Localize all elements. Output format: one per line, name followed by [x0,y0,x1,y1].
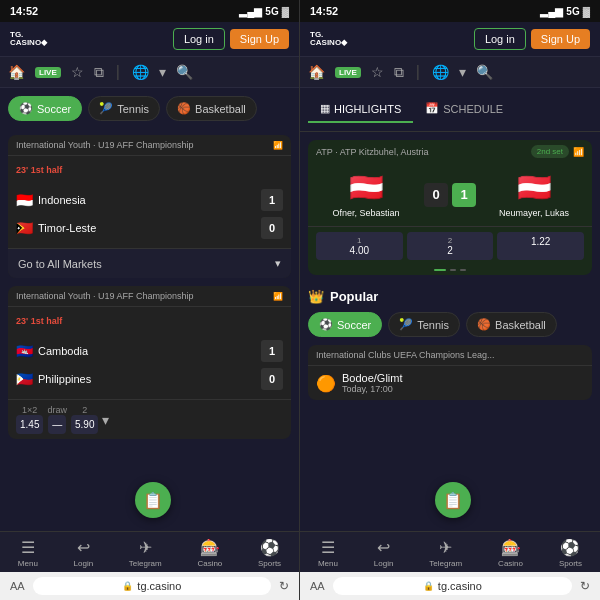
player-col-1: 🇦🇹 Ofner, Sebastian [316,171,416,218]
popular-soccer-icon: ⚽ [319,318,333,331]
odd-2[interactable]: 5.90 [71,415,98,434]
score-p1: 0 [424,183,448,207]
aa-text-right[interactable]: AA [310,580,325,592]
odd-draw[interactable]: — [48,415,66,434]
team-row-timorleste: 🇹🇱 Timor-Leste 0 [16,214,283,242]
live-badge-right[interactable]: LIVE [335,67,361,78]
odds-row-match2: 1×2 1.45 draw — 2 5.90 ▾ [8,399,291,439]
match-section-1: International Youth · U19 AFF Championsh… [0,129,299,453]
team-name-cambodia: 🇰🇭 Cambodia [16,343,88,359]
fab-right[interactable]: 📋 [435,482,471,518]
nav-casino-left[interactable]: 🎰 Casino [197,538,222,568]
tab-basketball-left[interactable]: 🏀 Basketball [166,96,257,121]
nav-icons-right: 🏠 LIVE ☆ ⧉ | 🌐 ▾ 🔍 [300,57,600,88]
globe-icon-right[interactable]: 🌐 [432,64,449,80]
nav-menu-right[interactable]: ☰ Menu [318,538,338,568]
signal-bars-right: ▂▄▆ [540,6,563,17]
odds-type-label: 1×2 [22,405,37,415]
team-row-philippines: 🇵🇭 Philippines 0 [16,365,283,393]
nav-login-right[interactable]: ↩ Login [374,538,394,568]
tennis-odd-value-1: 4.00 [320,245,399,256]
tab-highlights[interactable]: ▦ HIGHLIGHTS [308,96,413,123]
status-bar-right: 14:52 ▂▄▆ 5G ▓ [300,0,600,22]
url-text-left: tg.casino [137,580,181,592]
signup-button-left[interactable]: Sign Up [230,29,289,49]
logo-right: TG. CASINO◆ [310,31,347,47]
nav-telegram-right[interactable]: ✈ Telegram [429,538,462,568]
set-badge: 2nd set [531,145,569,158]
popular-tab-tennis[interactable]: 🎾 Tennis [388,312,460,337]
player1-name: Ofner, Sebastian [332,208,399,218]
nav-sports-right[interactable]: ⚽ Sports [559,538,582,568]
reload-icon-left[interactable]: ↻ [279,579,289,593]
copy-icon-right[interactable]: ⧉ [394,64,404,81]
schedule-label: SCHEDULE [443,103,503,115]
team-label-cambodia: Cambodia [38,345,88,357]
menu-label-left: Menu [18,559,38,568]
player2-name: Neumayer, Lukas [499,208,569,218]
team-row-indonesia: 🇮🇩 Indonesia 1 [16,186,283,214]
sports-icon-right: ⚽ [560,538,580,557]
login-label-left: Login [74,559,94,568]
tab-schedule[interactable]: 📅 SCHEDULE [413,96,515,123]
tennis-odd-1[interactable]: 1 4.00 [316,232,403,260]
star-icon[interactable]: ☆ [71,64,84,80]
flag-philippines: 🇵🇭 [16,371,33,387]
aa-text-left[interactable]: AA [10,580,25,592]
logo-subtitle-right: CASINO◆ [310,39,347,47]
popular-match-info: Bodoe/Glimt Today, 17:00 [342,372,584,394]
nav-casino-right[interactable]: 🎰 Casino [498,538,523,568]
login-button-right[interactable]: Log in [474,28,526,50]
tab-soccer-left[interactable]: ⚽ Soccer [8,96,82,121]
home-icon[interactable]: 🏠 [8,64,25,80]
match-card-2: International Youth · U19 AFF Championsh… [8,286,291,439]
nav-sports-left[interactable]: ⚽ Sports [258,538,281,568]
nav-telegram-left[interactable]: ✈ Telegram [129,538,162,568]
signal-icons-right: ▂▄▆ 5G ▓ [540,6,590,17]
search-icon-left[interactable]: 🔍 [176,64,193,80]
tennis-odd-2[interactable]: 2 2 [407,232,494,260]
home-icon-right[interactable]: 🏠 [308,64,325,80]
slide-dots [308,265,592,275]
chevron-down-icon[interactable]: ▾ [159,64,166,80]
signal-type: 5G [265,6,278,17]
basketball-label-left: Basketball [195,103,246,115]
url-bar-right[interactable]: 🔒 tg.casino [333,577,572,595]
popular-tab-soccer[interactable]: ⚽ Soccer [308,312,382,337]
reload-icon-right[interactable]: ↻ [580,579,590,593]
login-icon-right: ↩ [377,538,390,557]
tennis-odd-3[interactable]: 1.22 [497,232,584,260]
odd-1[interactable]: 1.45 [16,415,43,434]
time-left: 14:52 [10,5,38,17]
live-indicator-1: 📶 [273,141,283,150]
nav-menu-left[interactable]: ☰ Menu [18,538,38,568]
nav-login-left[interactable]: ↩ Login [74,538,94,568]
tab-tennis-left[interactable]: 🎾 Tennis [88,96,160,121]
popular-match-time: Today, 17:00 [342,384,584,394]
odds-chevron[interactable]: ▾ [102,412,109,428]
copy-icon[interactable]: ⧉ [94,64,104,81]
fab-left[interactable]: 📋 [135,482,171,518]
signup-button-right[interactable]: Sign Up [531,29,590,49]
telegram-label-right: Telegram [429,559,462,568]
go-all-markets-btn[interactable]: Go to All Markets ▾ [8,248,291,278]
live-badge[interactable]: LIVE [35,67,61,78]
login-button-left[interactable]: Log in [173,28,225,50]
address-bar-left: AA 🔒 tg.casino ↻ [0,572,299,600]
popular-sport-tabs: ⚽ Soccer 🎾 Tennis 🏀 Basketball [308,312,592,345]
menu-label-right: Menu [318,559,338,568]
star-icon-right[interactable]: ☆ [371,64,384,80]
url-bar-left[interactable]: 🔒 tg.casino [33,577,271,595]
popular-tab-basketball[interactable]: 🏀 Basketball [466,312,557,337]
tennis-competition: ATP · ATP Kitzbuhel, Austria [316,147,428,157]
login-icon-left: ↩ [77,538,90,557]
search-icon-right[interactable]: 🔍 [476,64,493,80]
popular-tennis-icon: 🎾 [399,318,413,331]
tennis-match-area: 🇦🇹 Ofner, Sebastian 0 1 🇦🇹 Neumayer, Luk… [308,163,592,226]
time-right: 14:52 [310,5,338,17]
popular-tennis-label: Tennis [417,319,449,331]
globe-icon[interactable]: 🌐 [132,64,149,80]
chevron-down-icon-right[interactable]: ▾ [459,64,466,80]
competition-2: International Youth · U19 AFF Championsh… [16,291,194,301]
sport-tabs-left: ⚽ Soccer 🎾 Tennis 🏀 Basketball [0,88,299,129]
